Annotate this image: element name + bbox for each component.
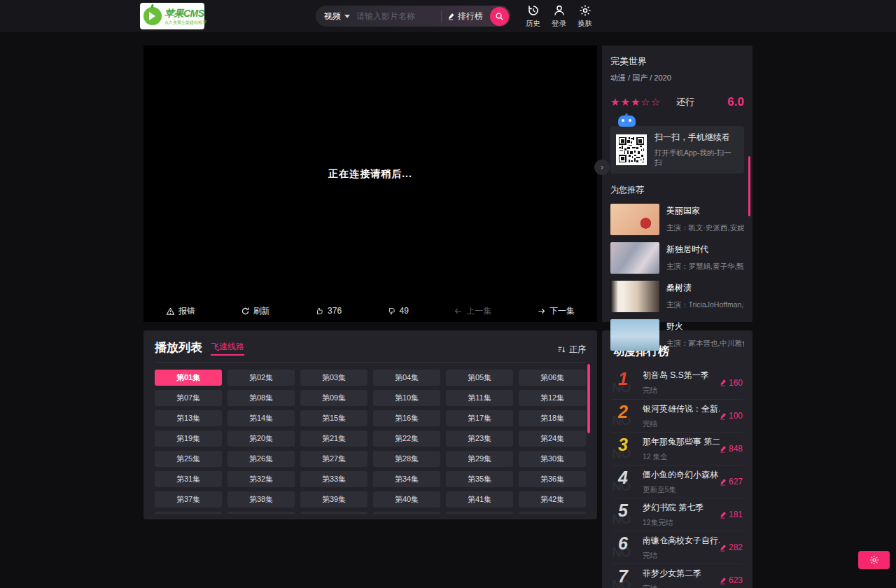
history-icon (527, 4, 540, 17)
episode-button[interactable]: 第24集 (519, 430, 586, 447)
ranking-item-title: 菲梦少女第二季 (643, 568, 720, 580)
next-episode-label: 下一集 (550, 305, 575, 317)
episode-button[interactable]: 第31集 (155, 471, 222, 487)
episode-button[interactable]: 第30集 (519, 451, 586, 467)
search-hot-link[interactable]: 排行榜 (441, 10, 490, 22)
episode-button[interactable]: 第45集 (300, 512, 368, 514)
episode-button[interactable]: 第13集 (155, 410, 222, 426)
episode-button[interactable]: 第26集 (227, 451, 295, 467)
episode-button[interactable]: 第17集 (446, 410, 513, 426)
recommend-title: 为您推荐 (610, 184, 744, 196)
header-action-label: 历史 (526, 19, 540, 29)
episode-button[interactable]: 第20集 (227, 430, 295, 447)
episode-button[interactable]: 第05集 (446, 370, 513, 386)
playlist-scrollbar[interactable] (587, 364, 590, 433)
episode-button[interactable]: 第34集 (373, 471, 440, 487)
episode-button[interactable]: 第47集 (446, 512, 513, 514)
episode-button[interactable]: 第01集 (155, 370, 222, 386)
episode-button[interactable]: 第43集 (155, 512, 222, 514)
episode-button[interactable]: 第44集 (227, 512, 295, 514)
ranking-item[interactable]: NO 2 银河英雄传说：全新... 完结 100 (612, 399, 743, 432)
episode-button[interactable]: 第29集 (446, 451, 513, 467)
episode-button[interactable]: 第48集 (519, 512, 586, 514)
ranking-item[interactable]: NO 4 僵小鱼的奇幻小森林 更新至5集 627 (612, 465, 743, 498)
recommend-item[interactable]: 美丽国家 主演：凯文·史派西,安妮特... (610, 204, 744, 235)
mascot-icon (618, 115, 636, 127)
recommend-item[interactable]: 桑树渍 主演：TriciaJoHoffman,Ba... (610, 281, 744, 312)
ranking-item-title: 南镰仓高校女子自行... (643, 535, 720, 547)
thumb-up-icon (315, 307, 324, 316)
episode-button[interactable]: 第15集 (300, 410, 368, 426)
ranking-item-title: 僵小鱼的奇幻小森林 (643, 469, 720, 481)
episode-button[interactable]: 第08集 (227, 390, 295, 406)
episode-button[interactable]: 第07集 (155, 390, 222, 406)
search-input[interactable] (356, 11, 441, 21)
episode-button[interactable]: 第33集 (300, 471, 368, 487)
ranking-item[interactable]: NO 5 梦幻书院 第七季 12集完结 181 (612, 498, 743, 531)
prev-episode-button[interactable]: 上一集 (454, 305, 491, 317)
next-episode-button[interactable]: 下一集 (537, 305, 575, 317)
episode-button[interactable]: 第35集 (446, 471, 513, 487)
dislike-button[interactable]: 49 (387, 306, 409, 316)
episode-button[interactable]: 第22集 (373, 430, 440, 447)
site-logo[interactable]: 苹果CMS 永久免费全能建站程序 (140, 3, 204, 29)
recommend-item[interactable]: 野火 主演：冢本晋也,中川雅也,中... (610, 319, 744, 351)
episode-button[interactable]: 第37集 (155, 491, 222, 507)
episode-button[interactable]: 第40集 (373, 491, 440, 507)
recommend-item[interactable]: 新独居时代 主演：罗慧娟,黄子华,甄楚倩... (610, 242, 744, 274)
episode-button[interactable]: 第46集 (373, 512, 440, 514)
header-action[interactable]: 登录 (552, 4, 566, 29)
qr-pattern (617, 136, 645, 164)
ranking-item[interactable]: NO 6 南镰仓高校女子自行... 完结 282 (612, 531, 743, 564)
ranking-item[interactable]: NO 1 初音岛 S.S第一季 完结 160 (612, 366, 743, 399)
episode-button[interactable]: 第36集 (519, 471, 586, 487)
episode-button[interactable]: 第39集 (300, 491, 368, 507)
star-rating[interactable]: ★★★☆☆ (610, 96, 661, 108)
episode-button[interactable]: 第04集 (373, 370, 440, 386)
episode-button[interactable]: 第02集 (227, 370, 295, 386)
collapse-arrow-button[interactable]: › (594, 160, 610, 175)
search-category-dropdown[interactable]: 视频 (324, 10, 350, 22)
pen-icon (720, 577, 727, 584)
episode-button[interactable]: 第38集 (227, 491, 295, 507)
episode-button[interactable]: 第10集 (373, 390, 440, 406)
sort-order-button[interactable]: 正序 (557, 344, 586, 356)
warning-icon (166, 307, 175, 316)
episode-button[interactable]: 第16集 (373, 410, 440, 426)
skin-settings-float-button[interactable] (858, 551, 890, 569)
video-player[interactable]: 正在连接请稍后... 报错 刷新 376 (144, 46, 597, 322)
episode-button[interactable]: 第27集 (300, 451, 368, 467)
rank-badge: NO 2 (612, 403, 640, 428)
episode-button[interactable]: 第03集 (300, 370, 368, 386)
header-action[interactable]: 换肤 (578, 4, 592, 29)
episode-button[interactable]: 第41集 (446, 491, 513, 507)
episode-button[interactable]: 第23集 (446, 430, 513, 447)
search-button[interactable] (490, 7, 509, 26)
episode-button[interactable]: 第09集 (300, 390, 368, 406)
ranking-item-count: 848 (729, 444, 743, 454)
episode-button[interactable]: 第12集 (519, 390, 586, 406)
ranking-item[interactable]: NO 3 那年那兔那些事 第二... 12 集全 848 (612, 432, 743, 465)
header-action[interactable]: 历史 (526, 4, 540, 29)
line-tab[interactable]: 飞速线路 (211, 341, 244, 356)
recommend-item-cast: 主演：罗慧娟,黄子华,甄楚倩... (666, 262, 744, 272)
episode-button[interactable]: 第06集 (519, 370, 586, 386)
episode-button[interactable]: 第28集 (373, 451, 440, 467)
refresh-button[interactable]: 刷新 (241, 305, 270, 317)
report-error-button[interactable]: 报错 (166, 305, 195, 317)
episode-button[interactable]: 第18集 (519, 410, 586, 426)
episode-button[interactable]: 第11集 (446, 390, 513, 406)
ranking-item-heat: 160 (720, 378, 743, 388)
episode-button[interactable]: 第32集 (227, 471, 295, 487)
recommend-scrollbar[interactable] (748, 156, 750, 216)
episode-button[interactable]: 第21集 (300, 430, 368, 447)
recommend-item-cast: 主演：凯文·史派西,安妮特... (666, 223, 744, 233)
episode-button[interactable]: 第42集 (519, 491, 586, 507)
ranking-item-title: 梦幻书院 第七季 (643, 502, 720, 514)
episode-button[interactable]: 第25集 (155, 451, 222, 467)
ranking-item[interactable]: NO 7 菲梦少女第二季 完结 623 (612, 564, 743, 588)
episode-button[interactable]: 第14集 (227, 410, 295, 426)
refresh-icon (241, 307, 250, 316)
like-button[interactable]: 376 (315, 306, 342, 316)
episode-button[interactable]: 第19集 (155, 430, 222, 447)
